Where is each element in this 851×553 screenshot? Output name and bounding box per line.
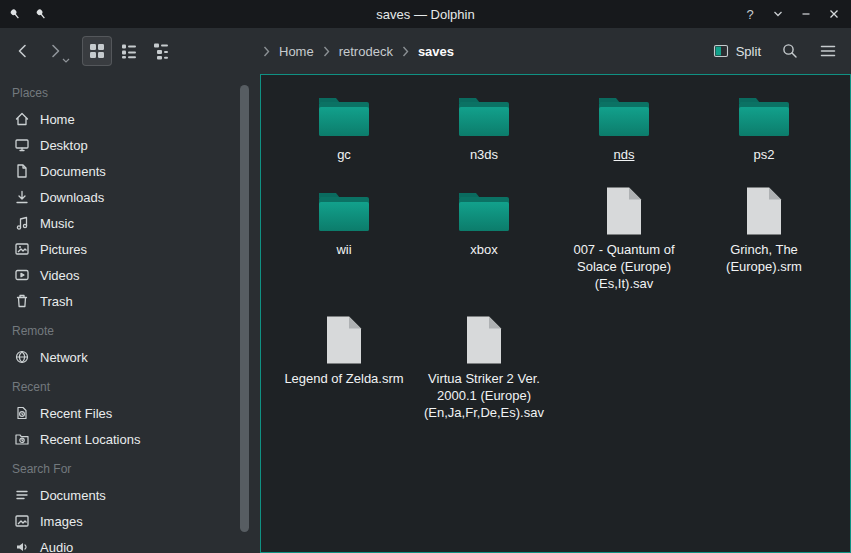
search-audio-icon <box>14 539 30 553</box>
minimize-icon[interactable] <box>769 5 787 23</box>
file-icon <box>744 183 784 239</box>
icons-view-button[interactable] <box>82 36 112 66</box>
file-item[interactable]: Grinch, The (Europe).srm <box>694 183 834 292</box>
breadcrumb-item[interactable]: retrodeck <box>339 44 393 59</box>
breadcrumb-item-current[interactable]: saves <box>418 44 454 59</box>
sidebar-item-home[interactable]: Home <box>0 106 260 132</box>
sidebar-scrollbar[interactable] <box>240 85 249 532</box>
forward-button[interactable] <box>40 36 70 66</box>
close-icon[interactable] <box>825 5 843 23</box>
breadcrumb-item[interactable]: Home <box>279 44 314 59</box>
folder-icon <box>317 88 371 144</box>
folder-icon <box>457 88 511 144</box>
places-panel: Places Home Desktop Documents Downloads … <box>0 74 260 553</box>
file-item[interactable]: Legend of Zelda.srm <box>274 312 414 421</box>
file-name: xbox <box>470 241 497 258</box>
sidebar-item-label: Trash <box>40 294 73 309</box>
download-icon <box>14 189 30 205</box>
folder-item[interactable]: xbox <box>414 183 554 292</box>
sidebar-item-label: Images <box>40 514 83 529</box>
window-body: Places Home Desktop Documents Downloads … <box>0 74 851 553</box>
sidebar-item-pictures[interactable]: Pictures <box>0 236 260 262</box>
sidebar-item-recent-locations[interactable]: Recent Locations <box>0 426 260 452</box>
sidebar-item-search-images[interactable]: Images <box>0 508 260 534</box>
sidebar-item-videos[interactable]: Videos <box>0 262 260 288</box>
music-icon <box>14 215 30 231</box>
details-tree-view-button[interactable] <box>146 36 176 66</box>
document-icon <box>14 163 30 179</box>
file-name: Grinch, The (Europe).srm <box>701 241 827 275</box>
file-name: wii <box>336 241 351 258</box>
sidebar-item-label: Network <box>40 350 88 365</box>
search-documents-icon <box>14 487 30 503</box>
help-icon[interactable]: ? <box>741 5 759 23</box>
file-icon <box>604 183 644 239</box>
chevron-right-icon <box>323 46 330 57</box>
sidebar-item-label: Documents <box>40 164 106 179</box>
toolbar-nav <box>8 36 176 66</box>
sidebar-item-label: Pictures <box>40 242 87 257</box>
sidebar-item-label: Music <box>40 216 74 231</box>
folder-icon <box>737 88 791 144</box>
search-icon[interactable] <box>775 36 805 66</box>
sidebar-item-label: Downloads <box>40 190 104 205</box>
sidebar-item-search-documents[interactable]: Documents <box>0 482 260 508</box>
sidebar-item-trash[interactable]: Trash <box>0 288 260 314</box>
forward-dropdown-icon[interactable] <box>62 58 70 63</box>
compact-view-button[interactable] <box>114 36 144 66</box>
sidebar-item-label: Recent Locations <box>40 432 140 447</box>
hamburger-menu-icon[interactable] <box>813 36 843 66</box>
pin-icon[interactable] <box>8 7 22 21</box>
file-name: n3ds <box>470 146 498 163</box>
folder-item[interactable]: nds <box>554 88 694 163</box>
maximize-icon[interactable] <box>797 5 815 23</box>
folder-view[interactable]: gc n3ds nds ps2 <box>260 74 851 553</box>
sidebar-item-downloads[interactable]: Downloads <box>0 184 260 210</box>
sidebar-item-network[interactable]: Network <box>0 344 260 370</box>
sidebar-item-label: Documents <box>40 488 106 503</box>
window-buttons: ? <box>741 0 843 28</box>
split-view-icon <box>713 43 729 59</box>
toolbar: Home retrodeck saves Split <box>0 28 851 74</box>
chevron-right-icon <box>402 46 409 57</box>
picture-icon <box>14 241 30 257</box>
network-icon <box>14 349 30 365</box>
folder-item[interactable]: ps2 <box>694 88 834 163</box>
file-name: ps2 <box>754 146 775 163</box>
folder-item[interactable]: wii <box>274 183 414 292</box>
video-icon <box>14 267 30 283</box>
back-button[interactable] <box>8 36 38 66</box>
sidebar-item-music[interactable]: Music <box>0 210 260 236</box>
pin-icon[interactable] <box>34 7 48 21</box>
sidebar-section-header: Remote <box>0 318 260 344</box>
split-button-label: Split <box>736 44 761 59</box>
sidebar-item-label: Videos <box>40 268 80 283</box>
file-name: nds <box>614 146 635 163</box>
folder-item[interactable]: gc <box>274 88 414 163</box>
sidebar-item-desktop[interactable]: Desktop <box>0 132 260 158</box>
titlebar: saves — Dolphin ? <box>0 0 851 28</box>
trash-icon <box>14 293 30 309</box>
desktop-icon <box>14 137 30 153</box>
split-button[interactable]: Split <box>707 39 767 63</box>
file-name: Legend of Zelda.srm <box>284 370 403 387</box>
file-item[interactable]: Virtua Striker 2 Ver. 2000.1 (Europe) (E… <box>414 312 554 421</box>
sidebar-section-header: Search For <box>0 456 260 482</box>
search-images-icon <box>14 513 30 529</box>
sidebar-section-header: Places <box>0 80 260 106</box>
sidebar-item-label: Desktop <box>40 138 88 153</box>
folder-item[interactable]: n3ds <box>414 88 554 163</box>
file-name: gc <box>337 146 351 163</box>
sidebar-item-search-audio[interactable]: Audio <box>0 534 260 553</box>
toolbar-right: Split <box>707 28 843 74</box>
file-icon <box>324 312 364 368</box>
file-name: 007 - Quantum of Solace (Europe) (Es,It)… <box>561 241 687 292</box>
recent-files-icon <box>14 405 30 421</box>
sidebar-item-documents[interactable]: Documents <box>0 158 260 184</box>
folder-icon <box>597 88 651 144</box>
titlebar-pins <box>8 0 48 28</box>
sidebar-section-header: Recent <box>0 374 260 400</box>
window-title: saves — Dolphin <box>376 7 474 22</box>
sidebar-item-recent-files[interactable]: Recent Files <box>0 400 260 426</box>
file-item[interactable]: 007 - Quantum of Solace (Europe) (Es,It)… <box>554 183 694 292</box>
